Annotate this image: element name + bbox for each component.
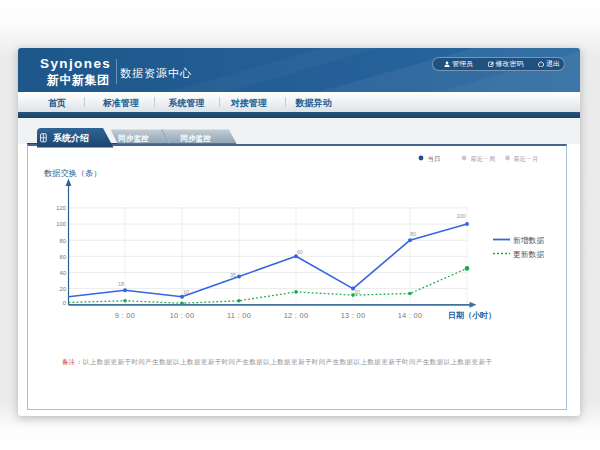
svg-text:12 : 00: 12 : 00 <box>284 311 309 320</box>
svg-text:20: 20 <box>60 286 66 292</box>
svg-text:数据交换（条）: 数据交换（条） <box>44 168 101 178</box>
svg-text:14 : 00: 14 : 00 <box>398 311 423 320</box>
svg-text:40: 40 <box>60 270 66 276</box>
svg-text:9 : 00: 9 : 00 <box>115 311 135 320</box>
svg-text:80: 80 <box>410 231 416 237</box>
svg-text:120: 120 <box>56 205 66 211</box>
svg-text:更新数据: 更新数据 <box>513 250 544 259</box>
svg-text:80: 80 <box>60 238 66 244</box>
svg-text:35: 35 <box>230 272 236 278</box>
svg-text:20: 20 <box>354 289 360 295</box>
svg-text:60: 60 <box>60 254 66 260</box>
svg-text:100: 100 <box>456 213 465 219</box>
svg-text:18: 18 <box>118 281 124 287</box>
svg-text:11 : 00: 11 : 00 <box>227 311 251 320</box>
svg-text:最近一月: 最近一月 <box>514 155 539 163</box>
svg-text:100: 100 <box>56 221 66 227</box>
svg-text:最近一周: 最近一周 <box>471 155 496 162</box>
svg-text:10 : 00: 10 : 00 <box>170 311 195 320</box>
svg-text:当日: 当日 <box>428 155 440 163</box>
svg-text:10: 10 <box>183 289 189 295</box>
svg-text:新增数据: 新增数据 <box>513 236 544 245</box>
svg-text:0: 0 <box>63 300 66 306</box>
svg-text:60: 60 <box>297 249 303 255</box>
svg-text:日期（小时）: 日期（小时） <box>448 311 496 320</box>
svg-text:13 : 00: 13 : 00 <box>341 311 366 320</box>
